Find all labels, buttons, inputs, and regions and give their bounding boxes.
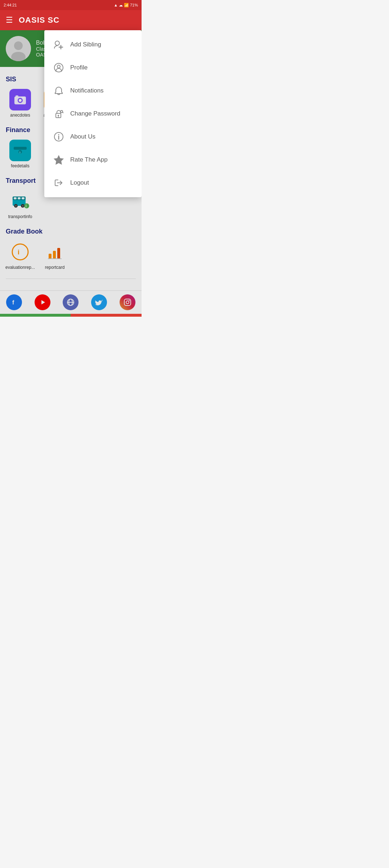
svg-marker-74 <box>54 156 63 164</box>
add-sibling-icon <box>53 39 64 50</box>
rate-app-menu-label: Rate The App <box>70 156 108 163</box>
profile-menu-icon <box>53 62 64 73</box>
status-bar: 2:44:21 ▲ ☁ 📶 71% <box>0 0 142 10</box>
svg-point-69 <box>61 110 63 113</box>
about-us-menu-item[interactable]: About Us <box>44 125 142 148</box>
status-right: ▲ ☁ 📶 71% <box>114 3 138 8</box>
add-sibling-menu-item[interactable]: Add Sibling <box>44 33 142 56</box>
lock-key-icon <box>53 108 64 119</box>
change-password-menu-item[interactable]: Change Password <box>44 102 142 125</box>
notifications-menu-item[interactable]: Notifications <box>44 79 142 102</box>
svg-point-73 <box>58 134 59 135</box>
logout-menu-label: Logout <box>70 179 89 186</box>
svg-point-67 <box>58 115 59 116</box>
logout-menu-item[interactable]: Logout <box>44 171 142 194</box>
info-circle-icon <box>53 131 64 143</box>
profile-menu-item[interactable]: Profile <box>44 56 142 79</box>
signal-icons: ▲ ☁ 📶 <box>114 3 129 8</box>
notifications-menu-label: Notifications <box>70 87 104 94</box>
svg-point-61 <box>55 41 59 45</box>
add-sibling-label: Add Sibling <box>70 41 101 48</box>
battery-level: 71% <box>130 3 138 7</box>
profile-menu-label: Profile <box>70 64 88 71</box>
svg-point-65 <box>57 65 60 68</box>
star-icon <box>53 154 64 166</box>
hamburger-menu[interactable]: ☰ <box>6 15 13 25</box>
about-us-menu-label: About Us <box>70 133 95 140</box>
bell-icon <box>53 85 64 96</box>
logout-icon <box>53 177 64 189</box>
rate-app-menu-item[interactable]: Rate The App <box>44 148 142 171</box>
change-password-menu-label: Change Password <box>70 110 120 117</box>
app-title: OASIS SC <box>19 15 59 25</box>
svg-line-70 <box>63 112 63 113</box>
header: ☰ OASIS SC <box>0 10 142 30</box>
status-time: 2:44:21 <box>4 3 17 7</box>
dropdown-menu: Add Sibling Profile Notifications <box>44 30 142 197</box>
